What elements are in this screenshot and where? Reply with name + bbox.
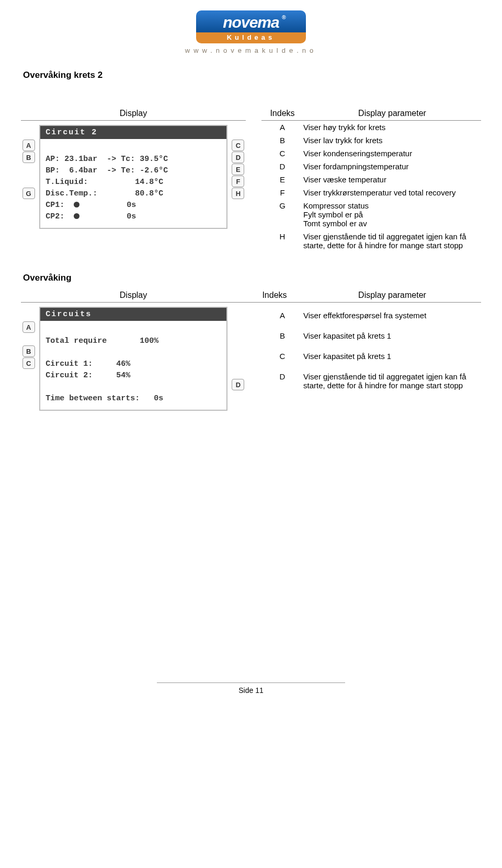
- idx2: A: [261, 311, 303, 320]
- idx: B: [261, 136, 303, 145]
- idx: D: [261, 162, 303, 171]
- lcd-screen-1: Circuit 2 AP: 23.1bar -> Tc: 39.5°C BP: …: [39, 125, 227, 229]
- col2-display: Display: [21, 291, 246, 300]
- col-display: Display: [120, 109, 147, 118]
- letter2-d: D: [232, 379, 244, 390]
- screen1-l6a: CP2:: [45, 212, 74, 221]
- letter-b: B: [22, 152, 35, 163]
- screen2-l4: Circuit 2: 54%: [45, 371, 130, 380]
- screen1-l6b: 0s: [79, 212, 136, 221]
- lcd-screen-2: Circuits Total require 100% Circuit 1: 4…: [39, 307, 227, 411]
- logo-top: novema: [196, 10, 306, 32]
- letter-c: C: [232, 140, 244, 151]
- param: Viser kondenseringstemperatur: [303, 149, 481, 158]
- idx: H: [261, 232, 303, 250]
- section2-title: Overvåking: [23, 273, 481, 283]
- section1-title: Overvåking krets 2: [23, 70, 481, 80]
- filled-circle-icon: [74, 213, 79, 219]
- col2-index: Indeks: [246, 291, 303, 300]
- screen2-l1: Total require 100%: [45, 337, 158, 345]
- param: Viser høy trykk for krets: [303, 123, 481, 132]
- col-index: Indeks: [261, 109, 303, 118]
- screen1-l5a: CP1:: [45, 201, 74, 210]
- screen1-l1: AP: 23.1bar -> Tc: 39.5°C: [45, 155, 168, 164]
- screen1-l5b: 0s: [79, 201, 136, 210]
- param: Viser lav trykk for krets: [303, 136, 481, 145]
- left-letters-2: A B C: [21, 307, 36, 411]
- param: Viser fordampningstemperatur: [303, 162, 481, 171]
- param: Viser trykkrørstemperatur ved total reco…: [303, 188, 481, 197]
- idx2: D: [261, 372, 303, 390]
- letter-a: A: [22, 140, 35, 151]
- idx2: B: [261, 331, 303, 340]
- letter-f: F: [232, 176, 244, 187]
- right-letters: C D E F H: [231, 125, 246, 229]
- section2-table: AViser effektforespørsel fra systemet BV…: [261, 307, 481, 411]
- param2: Viser gjenstående tid til aggregatet igj…: [303, 372, 481, 390]
- logo-brand: novema: [223, 14, 279, 31]
- screen1-l4: Disc.Temp.: 80.8°C: [45, 189, 163, 198]
- section1-table: Indeks Display parameter AViser høy tryk…: [261, 107, 481, 252]
- screen1-header: Circuit 2: [40, 126, 226, 139]
- screen1-l2: BP: 6.4bar -> Te: -2.6°C: [45, 166, 168, 175]
- screen1-l3: T.Liquid: 14.8°C: [45, 178, 163, 187]
- letter-e: E: [232, 164, 244, 175]
- idx: E: [261, 175, 303, 184]
- letter-h: H: [232, 188, 244, 199]
- screen2-header: Circuits: [40, 308, 226, 321]
- letter2-a: A: [22, 321, 35, 333]
- filled-circle-icon: [74, 202, 79, 207]
- logo-url: www.novemakulde.no: [21, 47, 481, 54]
- letter2-c: C: [22, 357, 35, 369]
- letter-d: D: [232, 152, 244, 163]
- letter-g: G: [22, 188, 35, 199]
- page-footer: Side 11: [157, 682, 345, 695]
- col-param: Display parameter: [303, 109, 481, 118]
- idx2: C: [261, 352, 303, 361]
- idx: A: [261, 123, 303, 132]
- idx: F: [261, 188, 303, 197]
- param: Kompressor status Fylt symbol er på Tomt…: [303, 201, 481, 228]
- letter2-b: B: [22, 345, 35, 357]
- param2: Viser kapasitet på krets 1: [303, 331, 481, 340]
- param2: Viser effektforespørsel fra systemet: [303, 311, 481, 320]
- param: Viser væske temperatur: [303, 175, 481, 184]
- logo-sub: Kuldeas: [196, 32, 306, 43]
- param2: Viser kapasitet på krets 1: [303, 352, 481, 361]
- screen2-l6: Time between starts: 0s: [45, 394, 163, 403]
- param: Viser gjenstående tid til aggregatet igj…: [303, 232, 481, 250]
- col2-param: Display parameter: [303, 291, 481, 300]
- idx: G: [261, 201, 303, 228]
- logo: novema Kuldeas www.novemakulde.no: [21, 10, 481, 54]
- idx: C: [261, 149, 303, 158]
- right-letters-2: D: [231, 307, 246, 411]
- left-letters: A B G: [21, 125, 36, 229]
- screen2-l3: Circuit 1: 46%: [45, 360, 130, 368]
